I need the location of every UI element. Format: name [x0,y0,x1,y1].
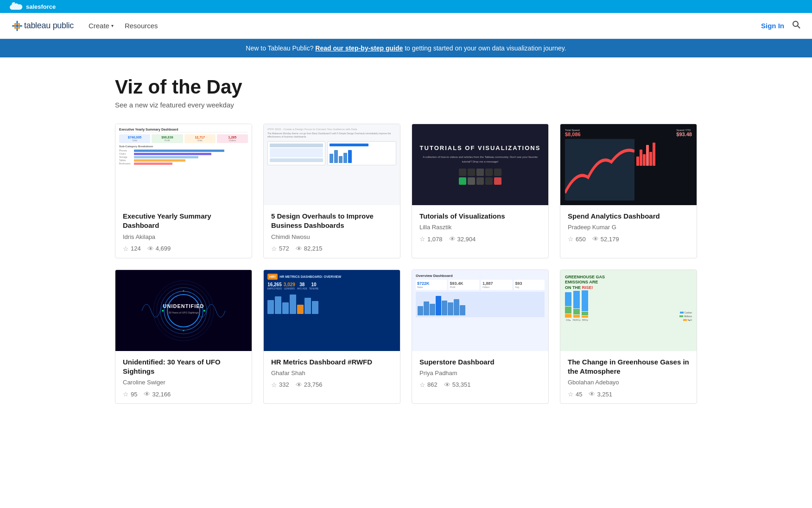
main-content: Viz of the Day See a new viz featured ev… [100,57,712,422]
viz-card-ufo[interactable]: UNIDENTIFIED 30 Years of UFO Sightings U… [115,270,252,404]
svg-text:30 Years of UFO Sightings: 30 Years of UFO Sightings [169,311,199,314]
card-title-design: 5 Design Overhauls to Improve Business D… [271,212,393,231]
svg-point-16 [203,310,205,312]
svg-point-15 [162,310,164,312]
card-body-tutorials: Tutorials of Visualizations Lilla Raszti… [412,205,548,248]
thumbnail-hr: HR! HR METRICS DASHBOARD: OVERVIEW 16,26… [264,270,400,351]
page-title: Viz of the Day [115,76,697,98]
sign-in-button[interactable]: Sign In [761,22,784,30]
view-stat-tutorials: 👁 32,904 [449,235,476,243]
svg-point-18 [183,330,184,331]
viz-card-spend[interactable]: Total Spend $8,086 Spend YTD $93.48 [560,124,697,258]
star-icon: ☆ [271,245,277,252]
card-body-exec-summary: Executive Yearly Summary Dashboard Idris… [115,205,252,258]
view-count-ufo: 32,166 [152,391,171,398]
main-navigation: tableau public Create ▾ Resources Sign I… [0,13,812,39]
star-count-greenhouse: 45 [576,391,582,398]
star-icon: ☆ [568,235,574,243]
nav-links: Create ▾ Resources [89,22,761,30]
star-stat-tutorials: ☆ 1,078 [419,235,443,243]
tableau-logo[interactable]: tableau public [11,20,74,32]
view-count-greenhouse: 3,251 [597,391,612,398]
card-title-tutorials: Tutorials of Visualizations [419,212,541,221]
viz-card-tutorials[interactable]: TUTORIALS OF VISUALIZATIONS A collection… [412,124,549,258]
card-title-greenhouse: The Change in Greenhouse Gases in the At… [568,357,689,376]
viz-card-greenhouse[interactable]: GREENHOUSE GASEMISSIONS AREON THE RISE! … [560,270,697,404]
star-count-exec: 124 [131,245,141,252]
card-body-greenhouse: The Change in Greenhouse Gases in the At… [560,351,697,404]
view-count-spend: 52,179 [601,236,619,243]
card-title-superstore: Superstore Dashboard [419,357,541,367]
card-author-ufo: Caroline Swiger [123,379,244,386]
view-stat-design: 👁 82,215 [296,245,323,252]
search-icon-button[interactable] [792,20,801,31]
star-count-ufo: 95 [131,391,137,398]
view-count-tutorials: 32,904 [457,236,476,243]
card-stats-superstore: ☆ 862 👁 53,351 [419,381,541,389]
card-stats-design: ☆ 572 👁 82,215 [271,245,393,252]
eye-icon: 👁 [296,381,302,389]
viz-card-hr[interactable]: HR! HR METRICS DASHBOARD: OVERVIEW 16,26… [263,270,400,404]
svg-point-17 [183,290,184,291]
promo-banner: New to Tableau Public? Read our step-by-… [0,39,812,57]
svg-rect-4 [14,23,20,25]
view-stat-exec: 👁 4,699 [147,245,171,252]
view-count-design: 82,215 [304,245,323,252]
star-icon: ☆ [419,381,425,389]
eye-icon: 👁 [449,235,456,243]
thumbnail-tutorials: TUTORIALS OF VISUALIZATIONS A collection… [412,124,548,205]
star-count-superstore: 862 [427,381,438,388]
star-icon: ☆ [271,381,277,389]
card-author-exec-summary: Idris Akilapa [123,233,244,240]
svg-point-6 [793,21,798,26]
nav-create[interactable]: Create ▾ [89,22,114,30]
card-body-ufo: Unidentified: 30 Years of UFO Sightings … [115,351,252,404]
viz-card-design[interactable]: #TFF 2022 - Create a Design Focus to Con… [263,124,400,258]
svg-point-12 [167,295,200,327]
view-stat-ufo: 👁 32,166 [144,390,171,398]
card-stats-ufo: ☆ 95 👁 32,166 [123,390,244,398]
card-stats-tutorials: ☆ 1,078 👁 32,904 [419,235,541,243]
eye-icon: 👁 [592,235,599,243]
viz-card-exec-summary[interactable]: Executive Yearly Summary Dashboard $740,… [115,124,252,258]
salesforce-logo: salesforce [7,2,56,11]
card-author-hr: Ghafar Shah [271,370,393,376]
view-stat-greenhouse: 👁 3,251 [589,390,612,398]
eye-icon: 👁 [589,390,595,398]
viz-card-superstore[interactable]: Overview Dashboard $722K Sales $93.4K Pr… [412,270,549,404]
star-stat-design: ☆ 572 [271,245,289,252]
eye-icon: 👁 [444,381,450,389]
star-count-spend: 650 [576,236,586,243]
star-icon: ☆ [123,390,129,398]
star-stat-superstore: ☆ 862 [419,381,438,389]
view-count-exec: 4,699 [156,245,171,252]
view-count-hr: 23,756 [304,381,323,388]
svg-text:UNIDENTIFIED: UNIDENTIFIED [163,303,204,309]
eye-icon: 👁 [147,245,154,252]
star-stat-exec: ☆ 124 [123,245,141,252]
view-stat-hr: 👁 23,756 [296,381,323,389]
view-stat-spend: 👁 52,179 [592,235,619,243]
card-stats-spend: ☆ 650 👁 52,179 [568,235,689,243]
thumbnail-exec-summary: Executive Yearly Summary Dashboard $740,… [115,124,252,205]
card-title-spend: Spend Analytics Dashboard [568,212,689,221]
star-stat-greenhouse: ☆ 45 [568,390,582,398]
svg-rect-5 [14,27,20,29]
nav-right: Sign In [761,20,801,31]
thumbnail-greenhouse: GREENHOUSE GASEMISSIONS AREON THE RISE! … [560,270,697,351]
card-body-superstore: Superstore Dashboard Priya Padham ☆ 862 … [412,351,548,394]
nav-resources[interactable]: Resources [125,22,158,30]
star-count-tutorials: 1,078 [427,236,443,243]
star-stat-spend: ☆ 650 [568,235,586,243]
star-icon: ☆ [419,235,425,243]
star-stat-ufo: ☆ 95 [123,390,137,398]
star-count-hr: 332 [279,381,289,388]
card-author-superstore: Priya Padham [419,370,541,376]
banner-link[interactable]: Read our step-by-step guide [315,44,403,52]
create-chevron-icon: ▾ [111,23,114,28]
salesforce-topbar: salesforce [0,0,812,13]
card-title-exec-summary: Executive Yearly Summary Dashboard [123,212,244,231]
view-stat-superstore: 👁 53,351 [444,381,471,389]
card-stats-hr: ☆ 332 👁 23,756 [271,381,393,389]
star-stat-hr: ☆ 332 [271,381,289,389]
